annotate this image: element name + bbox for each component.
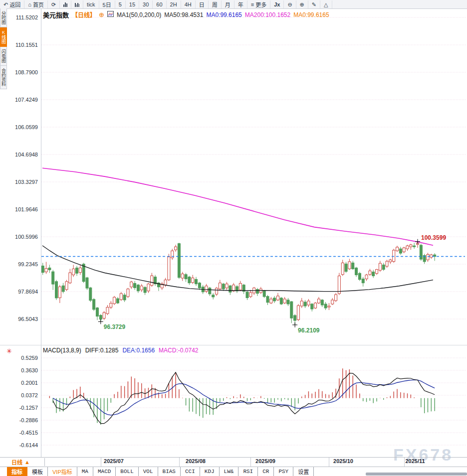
ma-chart-icon[interactable] (107, 11, 114, 18)
toolbar-item-period-week[interactable]: 周 (209, 0, 222, 8)
toolbar-item-period-30[interactable]: 30 (139, 0, 153, 8)
toolbar-item-refresh[interactable]: ⟳ (48, 0, 60, 8)
candle-body (55, 282, 58, 298)
candle-body (362, 279, 364, 283)
indicator-tab-KDJ[interactable]: KDJ (200, 467, 220, 476)
period-year-label: 年 (238, 0, 243, 8)
indicator-tab-MA[interactable]: MA (77, 467, 93, 476)
refresh-icon: ⟳ (51, 0, 56, 8)
side-tab-0[interactable]: 分时图 (0, 8, 7, 27)
indicator-tab-CR[interactable]: CR (258, 467, 274, 476)
candle-body (358, 273, 361, 279)
side-tab-3[interactable]: 合约资料 (0, 66, 7, 89)
toolbar-item-volume[interactable] (71, 0, 83, 8)
indicator-tab-BOLL[interactable]: BOLL (116, 467, 138, 476)
panel-separator (0, 345, 467, 345)
candle-body (314, 303, 317, 308)
candle-body (216, 288, 218, 294)
toolbar-item-period-60[interactable]: 60 (153, 0, 166, 8)
toolbar-item-home[interactable]: ⌂首页 (24, 0, 48, 8)
candle-body (345, 264, 347, 271)
period-label: 【日线】 (72, 10, 96, 19)
toolbar-item-zoom-in[interactable]: ⊕ (296, 0, 308, 8)
x-axis-month-label: 2025/11 (405, 458, 425, 464)
toolbar-item-chart-type[interactable] (60, 0, 71, 8)
toolbar-item-period-day[interactable]: 日 (196, 0, 209, 8)
candle-body (365, 275, 368, 279)
candle-body (294, 316, 296, 320)
indicator-tab-CCI[interactable]: CCI (181, 467, 200, 476)
horizontal-scrollbar-thumb[interactable] (366, 473, 467, 476)
side-tab-2[interactable]: 闪电图 (0, 47, 7, 66)
toolbar-item-indicator-fx[interactable]: Jx (270, 0, 284, 8)
indicator-tab-RSI[interactable]: RSI (238, 467, 258, 476)
candle-body (239, 283, 241, 290)
indicator-tab-MACD[interactable]: MACD (93, 467, 116, 476)
candle-body (212, 295, 215, 297)
candle-body (137, 285, 139, 291)
period-2h-label: 2H (170, 1, 177, 7)
toolbar-item-back[interactable]: ↶返回 (0, 0, 24, 8)
indicator-settings-icon[interactable]: ✳ (6, 347, 12, 355)
indicator-tab-指标[interactable]: 指标 (7, 467, 27, 476)
candle-body (304, 302, 306, 306)
macd-axis-label: -0.1257 (5, 405, 38, 411)
candle-body (372, 272, 375, 276)
side-tab-1[interactable]: K线图 (0, 27, 7, 47)
period-4h-label: 4H (185, 1, 192, 7)
period-month-label: 月 (225, 0, 231, 8)
candle-body (379, 263, 381, 270)
price-axis-label: 97.8694 (5, 289, 38, 295)
toolbar-item-zoom-out[interactable]: ⊖ (284, 0, 296, 8)
indicator-fx-label: Jx (274, 1, 280, 7)
price-annotation: 96.2109 (298, 327, 320, 334)
zoom-in-icon: ⊕ (300, 0, 304, 8)
macd-axis-label: -0.6144 (5, 442, 38, 448)
candle-body (335, 295, 337, 301)
toolbar-item-draw[interactable]: ✎ (308, 0, 320, 8)
candle-body (58, 287, 61, 298)
toolbar-item-period-month[interactable]: 月 (222, 0, 234, 8)
more-label: 更多 (255, 0, 266, 8)
candle-body (123, 295, 126, 300)
indicator-tab-BIAS[interactable]: BIAS (158, 467, 181, 476)
candle-body (311, 304, 313, 309)
price-axis-label: 104.6948 (5, 152, 38, 158)
candle-body (307, 301, 310, 305)
price-annotation: 100.3599 (421, 234, 446, 241)
candle-body (69, 273, 71, 283)
indicator-tab-设置[interactable]: 设置 (293, 467, 314, 476)
indicator-tab-VOL[interactable]: VOL (139, 467, 158, 476)
toolbar-item-period-5[interactable]: 5 (115, 0, 126, 8)
indicator-tab-PSY[interactable]: PSY (274, 467, 293, 476)
toolbar-item-period-2h[interactable]: 2H (167, 0, 181, 8)
timeframe-selector[interactable]: 日线 ▲ (7, 458, 45, 466)
candle-body (41, 266, 44, 272)
candle-body (287, 300, 289, 304)
candle-body (226, 284, 228, 288)
candle-body (420, 245, 422, 259)
toolbar-item-shapes[interactable]: △ (320, 0, 332, 8)
candle-body (164, 280, 167, 285)
toolbar-item-period-4h[interactable]: 4H (181, 0, 196, 8)
toolbar-item-period-year[interactable]: 年 (234, 0, 247, 8)
price-annotation: 96.3729 (104, 323, 126, 330)
candle-body (233, 285, 235, 291)
candle-body (266, 297, 269, 303)
candle-body (96, 308, 98, 317)
candle-body (406, 246, 409, 249)
candle-body (62, 286, 64, 292)
macd-bar-value: MACD:-0.0742 (159, 347, 198, 354)
plot-left-border (41, 8, 41, 457)
indicator-tab-LW&[interactable]: LW& (220, 467, 239, 476)
toolbar-item-period-15[interactable]: 15 (126, 0, 139, 8)
indicator-tab-模板[interactable]: 模板 (27, 467, 48, 476)
toolbar-item-period-5d[interactable]: 5日 (99, 0, 115, 8)
toolbar-item-period-tick[interactable]: tick (83, 0, 99, 8)
price-axis-label: 100.5996 (5, 234, 38, 240)
candle-body (175, 247, 177, 250)
toolbar-item-more[interactable]: ≡更多 (247, 0, 270, 8)
x-axis-separator (101, 458, 101, 467)
indicator-tab-VIP指标[interactable]: VIP指标 (48, 467, 77, 476)
add-compare-icon[interactable]: ⊕ (99, 11, 104, 18)
